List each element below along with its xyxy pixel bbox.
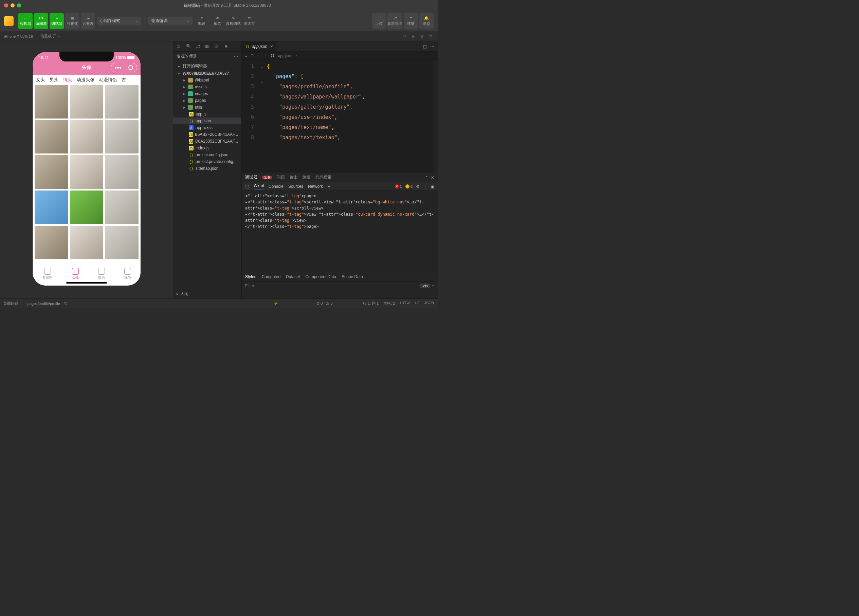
image-cell[interactable] xyxy=(70,226,103,260)
tabbar-item[interactable]: 壁纸 xyxy=(98,268,105,280)
image-cell[interactable] xyxy=(70,155,103,189)
image-cell[interactable] xyxy=(70,85,103,119)
image-cell[interactable] xyxy=(34,155,68,189)
outline-section[interactable]: ▸ 大纲 xyxy=(173,289,241,299)
category-tab[interactable]: 动漫头像 xyxy=(77,77,94,83)
tree-file[interactable]: JSindex.js xyxy=(173,145,241,152)
close-window-button[interactable] xyxy=(4,3,8,8)
category-tabs[interactable]: 女头男头情头动漫头像动漫情侣古 xyxy=(33,75,141,85)
tree-file[interactable]: JSB5AB3F26CBF41AAF... xyxy=(173,131,241,138)
extensions-icon[interactable]: ▦ xyxy=(205,44,211,49)
debug-tab-output[interactable]: 输出 xyxy=(290,175,298,180)
image-cell[interactable] xyxy=(105,191,139,224)
minimap[interactable] xyxy=(433,60,438,173)
debug-tab-quality[interactable]: 代码质量 xyxy=(315,175,332,180)
editor-tab-active[interactable]: { } app.json ✕ xyxy=(242,41,276,51)
error-count[interactable]: ⊘ 0 xyxy=(316,301,323,306)
close-tab-icon[interactable]: ✕ xyxy=(269,44,273,49)
preview-button[interactable]: 👁 预览 xyxy=(210,13,225,29)
upload-button[interactable]: ⤴ 上传 xyxy=(372,13,386,29)
split-editor-icon[interactable]: ◫ xyxy=(423,44,427,49)
files-icon[interactable]: 🗂 xyxy=(176,44,182,49)
styles-tab[interactable]: Computed xyxy=(262,274,280,279)
styles-tab[interactable]: Styles xyxy=(245,274,256,279)
tree-folder[interactable]: ▸assets xyxy=(173,84,241,90)
devtools-tab-wxml[interactable]: Wxml xyxy=(254,183,264,189)
debug-tab-terminal[interactable]: 终端 xyxy=(303,175,311,180)
user-avatar[interactable] xyxy=(4,16,14,26)
category-tab[interactable]: 男头 xyxy=(50,77,58,83)
rotate-icon[interactable]: ↻ xyxy=(401,34,407,39)
devtools-tab-sources[interactable]: Sources xyxy=(288,184,303,189)
tabbar-item[interactable]: 背景图 xyxy=(42,268,53,280)
tree-file[interactable]: { }sitemap.json xyxy=(173,165,241,172)
tree-file[interactable]: JSD0A25052CBF41AAF... xyxy=(173,138,241,145)
image-grid[interactable] xyxy=(33,85,141,259)
details-button[interactable]: ≡ 详情 xyxy=(404,13,418,29)
version-button[interactable]: ⎇ 版本管理 xyxy=(387,13,402,29)
tree-file[interactable]: { }project.config.json xyxy=(173,152,241,158)
cloud-toggle[interactable]: ☁ 云开发 xyxy=(81,13,95,29)
debug-tab-problems[interactable]: 问题 xyxy=(277,175,285,180)
image-cell[interactable] xyxy=(105,155,139,189)
more-icon[interactable]: ⋯ xyxy=(283,301,286,306)
copy-icon[interactable]: ⧉ xyxy=(64,301,67,306)
image-cell[interactable] xyxy=(105,120,139,154)
cursor-position[interactable]: 行 1, 列 1 xyxy=(363,301,379,306)
debugger-toggle[interactable]: ⌁ 调试器 xyxy=(50,13,64,29)
image-cell[interactable] xyxy=(34,226,68,260)
forward-icon[interactable]: → xyxy=(263,54,267,58)
indent-setting[interactable]: 空格: 2 xyxy=(383,301,395,306)
popout-icon[interactable]: ⧉ xyxy=(428,34,434,39)
open-editors-section[interactable]: ▸打开的编辑器 xyxy=(173,62,241,70)
devtools-tab-console[interactable]: Console xyxy=(269,184,284,189)
image-cell[interactable] xyxy=(70,191,103,224)
db-icon[interactable]: ⛁ xyxy=(215,44,220,49)
category-tab[interactable]: 情头 xyxy=(63,77,72,83)
hot-reload-dropdown[interactable]: 热重载 开 xyxy=(41,34,61,39)
capsule-button[interactable] xyxy=(111,63,137,72)
page-path-value[interactable]: pages/profile/profile xyxy=(28,302,60,306)
editor-toggle[interactable]: </> 编辑器 xyxy=(34,13,48,29)
image-cell[interactable] xyxy=(70,120,103,154)
more-icon[interactable]: ⋯ xyxy=(234,54,238,59)
styles-tab[interactable]: Scope Data xyxy=(342,274,363,279)
simulator-toggle[interactable]: ▭ 模拟器 xyxy=(18,13,33,29)
kebab-icon[interactable]: ⋮ xyxy=(423,184,427,189)
tabbar-item[interactable]: 我的 xyxy=(124,268,131,280)
collapse-panel-icon[interactable]: ⌃ xyxy=(425,175,428,180)
perf-icon[interactable]: ⚡ xyxy=(274,301,278,306)
project-root[interactable]: ▾WX078B1D0EE67DA577 xyxy=(173,70,241,77)
dom-tree-pane[interactable]: <"t-attr">class="t-tag">page>▸<"t-attr">… xyxy=(242,191,438,272)
tree-file[interactable]: { }app.json xyxy=(173,117,241,124)
styles-filter-input[interactable] xyxy=(245,283,420,288)
compile-button[interactable]: ↻ 编译 xyxy=(195,13,209,29)
tree-folder[interactable]: ▸utils xyxy=(173,104,241,111)
category-tab[interactable]: 古 xyxy=(122,77,126,83)
code-editor[interactable]: 12345678 ⌄⌄ { "pages": [ "pages/profile/… xyxy=(242,60,438,173)
image-cell[interactable] xyxy=(34,85,68,119)
tree-folder[interactable]: ▸pages xyxy=(173,97,241,104)
tree-folder[interactable]: ▸images xyxy=(173,90,241,97)
tree-folder[interactable]: ▸@babel xyxy=(173,77,241,84)
back-icon[interactable]: ← xyxy=(257,54,261,58)
clear-cache-button[interactable]: ≋ 清缓存 xyxy=(242,13,256,29)
mode-dropdown[interactable]: 小程序模式 xyxy=(97,17,141,25)
robot-icon[interactable]: ☻ xyxy=(224,44,230,49)
compile-mode-dropdown[interactable]: 普通编译 xyxy=(148,17,192,25)
search-icon[interactable]: 🔍 xyxy=(186,44,192,49)
debug-tab-main[interactable]: 调试器 xyxy=(245,175,258,180)
settings-icon[interactable]: ⚙ xyxy=(416,184,420,189)
phone-icon[interactable]: ▯ xyxy=(419,34,425,39)
encoding[interactable]: UTF-8 xyxy=(400,301,411,306)
record-icon[interactable]: ◉ xyxy=(411,34,416,39)
image-cell[interactable] xyxy=(34,120,68,154)
styles-tab[interactable]: Dataset xyxy=(286,274,300,279)
category-tab[interactable]: 动漫情侣 xyxy=(99,77,117,83)
inspect-icon[interactable]: ⬚ xyxy=(245,184,249,189)
devtools-more-icon[interactable]: » xyxy=(328,184,330,189)
image-cell[interactable] xyxy=(105,226,139,260)
editor-more-icon[interactable]: ⋯ xyxy=(430,44,434,49)
styles-tab[interactable]: Component Data xyxy=(305,274,336,279)
tree-file[interactable]: { }project.private.config... xyxy=(173,158,241,165)
